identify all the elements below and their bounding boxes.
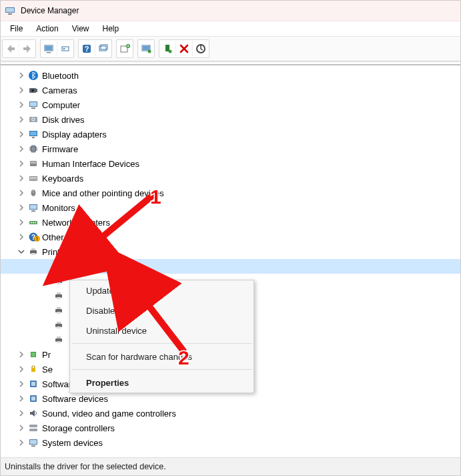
svg-rect-60 xyxy=(57,278,61,280)
expand-icon[interactable] xyxy=(17,159,26,168)
context-menu-item[interactable]: Disable device xyxy=(70,300,254,320)
tree-node[interactable]: Keyboards xyxy=(1,171,460,186)
svg-rect-72 xyxy=(57,336,61,338)
expand-icon[interactable] xyxy=(17,423,26,433)
tree-node[interactable]: Network adapters xyxy=(1,215,460,230)
expand-icon[interactable] xyxy=(17,379,26,389)
svg-rect-34 xyxy=(31,147,35,151)
device-tree[interactable]: BluetoothCamerasComputerDisk drivesDispl… xyxy=(1,65,460,467)
svg-rect-1 xyxy=(6,8,14,12)
svg-rect-58 xyxy=(57,268,61,270)
tree-node-label: Firmware xyxy=(42,144,78,154)
tree-node-child[interactable]: AnyDesk Printer xyxy=(1,259,460,274)
tree-node[interactable]: ?!Other devices xyxy=(1,230,460,244)
stack-button[interactable] xyxy=(95,41,111,57)
svg-rect-6 xyxy=(62,47,69,51)
expand-icon[interactable] xyxy=(17,247,26,256)
app-icon xyxy=(5,5,15,16)
scan-hardware-button[interactable] xyxy=(192,41,209,57)
computer-icon-button[interactable] xyxy=(41,41,57,57)
context-menu-item[interactable]: Update driver xyxy=(70,280,254,300)
svg-rect-39 xyxy=(31,179,36,180)
svg-point-7 xyxy=(63,48,65,49)
properties-tag-button[interactable] xyxy=(57,41,73,57)
menu-file[interactable]: File xyxy=(3,23,29,35)
keyboard-icon xyxy=(27,172,39,184)
svg-text:?: ? xyxy=(85,45,89,53)
tree-node[interactable]: Disk drives xyxy=(1,112,460,127)
expand-icon[interactable] xyxy=(17,174,26,183)
tree-node[interactable]: Sound, video and game controllers xyxy=(1,406,460,421)
expand-icon[interactable] xyxy=(17,100,26,109)
tree-node-label: Computer xyxy=(42,100,80,110)
svg-rect-2 xyxy=(8,13,12,15)
expand-icon[interactable] xyxy=(17,203,26,212)
update-driver-button[interactable] xyxy=(138,41,154,57)
tree-node-label: Cameras xyxy=(42,85,77,95)
uninstall-device-button[interactable] xyxy=(175,41,192,57)
titlebar: Device Manager xyxy=(1,1,460,21)
context-menu-item[interactable]: Properties xyxy=(70,373,254,393)
tree-node[interactable]: Mice and other pointing devices xyxy=(1,186,460,200)
tree-node[interactable]: Cameras xyxy=(1,83,460,97)
tree-node-label: Bluetooth xyxy=(42,71,79,81)
sound-icon xyxy=(27,407,39,419)
expand-icon[interactable] xyxy=(17,350,26,359)
svg-text:!: ! xyxy=(36,236,37,241)
tree-node-label: Sound, video and game controllers xyxy=(42,409,176,419)
menu-help[interactable]: Help xyxy=(96,23,126,35)
svg-rect-69 xyxy=(57,322,61,324)
display-icon xyxy=(27,128,39,140)
mouse-icon xyxy=(27,187,39,199)
svg-rect-26 xyxy=(31,107,35,109)
tree-node-label: Se xyxy=(42,365,53,375)
help-button[interactable]: ? xyxy=(79,41,95,57)
expand-icon[interactable] xyxy=(17,409,26,418)
tree-node-label: Software devices xyxy=(42,394,108,404)
expand-icon[interactable] xyxy=(17,115,26,124)
expand-icon[interactable] xyxy=(17,144,26,154)
camera-icon xyxy=(27,84,39,96)
tree-node[interactable]: Monitors xyxy=(1,200,460,215)
menu-view[interactable]: View xyxy=(65,23,96,35)
svg-point-47 xyxy=(33,222,34,224)
tree-node[interactable]: Firmware xyxy=(1,142,460,156)
add-hardware-button[interactable] xyxy=(117,41,133,57)
context-menu-item[interactable]: Scan for hardware changes xyxy=(70,346,254,367)
tree-node[interactable]: Human Interface Devices xyxy=(1,156,460,171)
tree-node[interactable]: System devices xyxy=(1,435,460,450)
expand-icon[interactable] xyxy=(17,365,26,374)
tree-node[interactable]: Bluetooth xyxy=(1,68,460,83)
expand-icon[interactable] xyxy=(17,85,26,95)
enable-device-button[interactable] xyxy=(159,41,175,57)
back-button[interactable] xyxy=(3,41,19,57)
svg-rect-32 xyxy=(32,137,35,138)
expand-icon[interactable] xyxy=(17,438,26,447)
expand-icon[interactable] xyxy=(17,218,26,227)
tree-node[interactable]: Print queues xyxy=(1,244,460,259)
expand-icon[interactable] xyxy=(17,394,26,403)
svg-rect-66 xyxy=(57,307,61,309)
tree-node[interactable]: Storage controllers xyxy=(1,421,460,435)
computer-icon xyxy=(27,99,39,111)
expand-icon[interactable] xyxy=(17,130,26,139)
disk-icon xyxy=(27,113,39,126)
svg-rect-31 xyxy=(30,132,37,136)
menu-action[interactable]: Action xyxy=(29,23,65,35)
svg-rect-4 xyxy=(45,46,52,50)
expand-icon[interactable] xyxy=(17,188,26,198)
printer-icon xyxy=(53,275,65,287)
network-icon xyxy=(27,216,39,228)
svg-point-18 xyxy=(169,50,172,53)
security-icon xyxy=(27,363,39,375)
expand-icon[interactable] xyxy=(17,232,26,242)
unknown-icon: ?! xyxy=(27,231,39,243)
tree-node[interactable]: Software devices xyxy=(1,391,460,406)
forward-button[interactable] xyxy=(19,41,35,57)
expand-icon[interactable] xyxy=(17,71,26,80)
tree-node[interactable]: Display adapters xyxy=(1,127,460,142)
context-menu-item[interactable]: Uninstall device xyxy=(70,320,254,340)
tree-node-label: Disk drives xyxy=(42,115,85,125)
tree-node[interactable]: Computer xyxy=(1,97,460,112)
tree-node-label: Monitors xyxy=(42,203,75,213)
